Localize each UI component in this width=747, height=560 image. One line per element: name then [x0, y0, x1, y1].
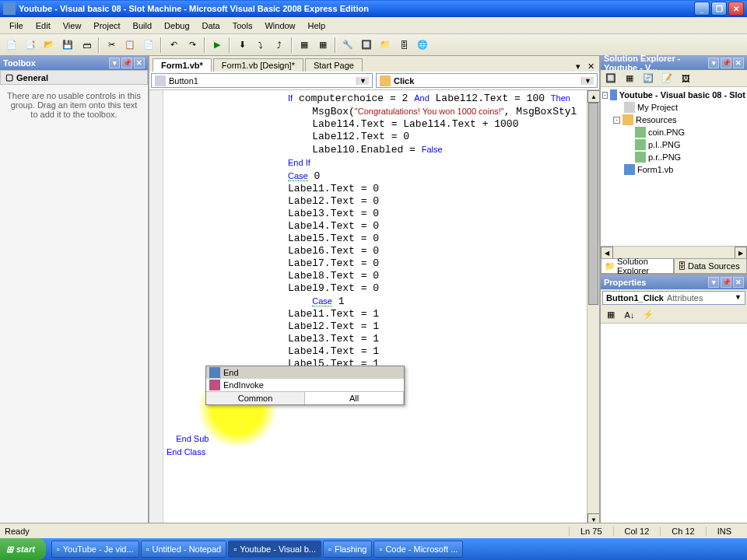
comment-icon[interactable]: ▦ — [296, 37, 313, 54]
editor-area: Form1.vb* Form1.vb [Design]* Start Page … — [149, 56, 599, 538]
save-icon[interactable]: 💾 — [59, 37, 76, 54]
intellisense-item[interactable]: End — [206, 366, 404, 379]
taskbar-item[interactable]: ▫Youtube - Visual b... — [228, 541, 321, 558]
step-out-icon[interactable]: ⤴ — [271, 37, 288, 54]
tree-node[interactable]: -Resources — [602, 114, 745, 126]
tab-start-page[interactable]: Start Page — [305, 58, 363, 72]
refresh-icon[interactable]: 🔄 — [640, 70, 657, 87]
code-margin — [149, 90, 163, 526]
vertical-scrollbar[interactable]: ▲ ▼ — [587, 90, 599, 526]
cut-icon[interactable]: ✂ — [103, 37, 120, 54]
class-dropdown[interactable]: Button1 ▼ — [151, 73, 373, 88]
expander-icon[interactable]: - — [602, 92, 608, 99]
uncomment-icon[interactable]: ▦ — [314, 37, 331, 54]
intellisense-tab-all[interactable]: All — [305, 392, 404, 404]
tree-label: Resources — [636, 115, 677, 124]
menu-debug[interactable]: Debug — [158, 19, 195, 32]
view-code-icon[interactable]: 📝 — [658, 70, 675, 87]
explorer-icon[interactable]: 📁 — [377, 37, 394, 54]
browser-icon[interactable]: 🌐 — [414, 37, 431, 54]
menu-file[interactable]: File — [3, 19, 30, 32]
taskbar-item[interactable]: ▫YouTube - Je vid... — [51, 541, 139, 558]
menu-view[interactable]: View — [57, 19, 88, 32]
minimize-button[interactable]: _ — [694, 2, 710, 16]
taskbar-item[interactable]: ▫Code - Microsoft ... — [374, 541, 463, 558]
show-all-icon[interactable]: ▦ — [621, 70, 638, 87]
save-all-icon[interactable]: 🗃 — [78, 37, 95, 54]
close-icon[interactable]: ✕ — [733, 58, 744, 68]
intellisense-popup[interactable]: EndEndInvoke Common All — [205, 366, 405, 405]
events-icon[interactable]: ⚡ — [640, 306, 657, 324]
step-into-icon[interactable]: ⬇ — [233, 37, 251, 54]
menu-window[interactable]: Window — [258, 19, 301, 32]
tab-solution-explorer[interactable]: 📁 Solution Explorer — [601, 258, 674, 274]
open-icon[interactable]: 📂 — [40, 37, 58, 54]
properties-grid[interactable] — [601, 324, 747, 538]
tab-data-sources[interactable]: 🗄 Data Sources — [674, 258, 747, 274]
scroll-thumb[interactable] — [588, 103, 598, 305]
menu-build[interactable]: Build — [127, 19, 158, 32]
start-button[interactable]: ⊞ start — [0, 538, 46, 560]
categorized-icon[interactable]: ▦ — [602, 306, 619, 324]
status-ins: INS — [706, 527, 742, 536]
toolbox-icon[interactable]: 🔧 — [339, 37, 356, 54]
tab-dropdown-icon[interactable]: ▾ — [573, 61, 584, 72]
copy-icon[interactable]: 📋 — [121, 37, 139, 54]
new-project-icon[interactable]: 📄 — [3, 37, 20, 54]
pin-icon[interactable]: 📌 — [721, 277, 731, 288]
properties-object-dropdown[interactable]: Button1_Click Attributes ▼ — [602, 291, 745, 305]
dropdown-icon[interactable]: ▾ — [109, 58, 120, 68]
scroll-up-icon[interactable]: ▲ — [587, 90, 599, 103]
scroll-left-icon[interactable]: ◀ — [601, 247, 613, 259]
menu-tools[interactable]: Tools — [226, 19, 259, 32]
taskbar-item[interactable]: ▫Flashing — [323, 541, 372, 558]
menu-help[interactable]: Help — [302, 19, 332, 32]
undo-icon[interactable]: ↶ — [165, 37, 182, 54]
close-button[interactable]: ✕ — [728, 2, 744, 16]
menu-data[interactable]: Data — [196, 19, 226, 32]
toolbox-group-general[interactable]: ▢ General — [0, 70, 148, 85]
expander-icon[interactable]: - — [613, 117, 620, 124]
maximize-button[interactable]: ❐ — [711, 2, 727, 16]
paste-icon[interactable]: 📄 — [140, 37, 157, 54]
method-dropdown[interactable]: Click ▼ — [376, 73, 598, 88]
close-icon[interactable]: ✕ — [134, 58, 145, 68]
separator — [335, 37, 336, 53]
scroll-right-icon[interactable]: ▶ — [735, 247, 747, 259]
view-designer-icon[interactable]: 🖼 — [677, 70, 694, 87]
step-over-icon[interactable]: ⤵ — [252, 37, 269, 54]
properties-icon[interactable]: 🔲 — [602, 70, 619, 87]
tree-node[interactable]: My Project — [602, 101, 745, 114]
tab-form1-code[interactable]: Form1.vb* — [153, 58, 212, 72]
code-body[interactable]: If computerchoice = 2 And Label12.Text =… — [163, 90, 587, 526]
intellisense-tab-common[interactable]: Common — [206, 392, 305, 404]
pin-icon[interactable]: 📌 — [121, 58, 132, 68]
close-icon[interactable]: ✕ — [733, 277, 744, 288]
run-icon[interactable]: ▶ — [209, 37, 226, 54]
tree-node[interactable]: p.r..PNG — [602, 151, 745, 163]
intellisense-label: EndInvoke — [223, 380, 264, 390]
tab-close-icon[interactable]: ✕ — [585, 61, 596, 72]
file-icon — [610, 89, 617, 100]
solution-tree[interactable]: -Youtube - Visual basic 08 - SlotMy Proj… — [601, 87, 747, 246]
pin-icon[interactable]: 📌 — [721, 58, 731, 68]
taskbar-item[interactable]: ▫Untitled - Notepad — [141, 541, 227, 558]
tree-node[interactable]: p.l..PNG — [602, 138, 745, 151]
app-icon: ▫ — [57, 544, 60, 554]
database-icon[interactable]: 🗄 — [395, 37, 412, 54]
alphabetical-icon[interactable]: A↓ — [621, 306, 638, 324]
taskbar: ⊞ start ▫YouTube - Je vid...▫Untitled - … — [0, 538, 747, 560]
redo-icon[interactable]: ↷ — [184, 37, 201, 54]
dropdown-icon[interactable]: ▾ — [708, 277, 719, 288]
menu-project[interactable]: Project — [87, 19, 126, 32]
add-item-icon[interactable]: 📑 — [22, 37, 39, 54]
tree-node[interactable]: -Youtube - Visual basic 08 - Slot — [602, 89, 745, 101]
tab-form1-design[interactable]: Form1.vb [Design]* — [213, 58, 303, 72]
tree-node[interactable]: Form1.vb — [602, 163, 745, 176]
dropdown-icon[interactable]: ▾ — [708, 58, 719, 68]
tree-node[interactable]: coin.PNG — [602, 126, 745, 138]
intellisense-item[interactable]: EndInvoke — [206, 379, 404, 391]
props-icon[interactable]: 🔲 — [358, 37, 375, 54]
menu-edit[interactable]: Edit — [30, 19, 57, 32]
code-editor[interactable]: If computerchoice = 2 And Label12.Text =… — [149, 90, 599, 526]
